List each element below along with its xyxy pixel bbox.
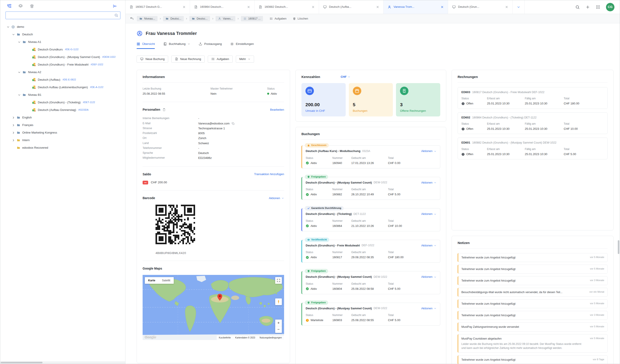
breadcrumb-item[interactable]: Vanes... [216, 16, 235, 21]
tree-item-deutsch-grundkurs-freie-modulwahl[interactable]: Deutsch (Grundkurs) - Freie Modulwahl #D… [0, 61, 125, 68]
tree-item-english[interactable]: English [0, 114, 125, 121]
map-pegman-button[interactable] [275, 298, 282, 305]
aufgaben-button[interactable]: Aufgaben [270, 17, 287, 20]
tree-item-deutsch-aufbau-lektionenbuchungen[interactable]: Deutsch Aufbau (Lektionenbuchungen) #DE-… [0, 84, 125, 91]
breadcrumb-item[interactable]: Deutsc... [189, 16, 210, 21]
user-avatar[interactable]: CG [606, 3, 614, 11]
chevron-down-icon [517, 5, 520, 9]
more-tabs-button[interactable] [512, 0, 525, 14]
scrollbar-thumb[interactable] [1, 362, 43, 363]
map-zoom-in-button[interactable]: + [275, 320, 282, 326]
add-icon[interactable] [586, 5, 590, 9]
tab-close-icon[interactable] [311, 5, 315, 9]
chevron-down-icon[interactable] [12, 33, 15, 36]
barcode-aktionen-link[interactable]: Aktionen [269, 196, 284, 200]
tree-item-edoobox-recovered[interactable]: edoobox Recovered [0, 144, 125, 152]
back-icon[interactable] [130, 17, 134, 20]
map-terms-link[interactable]: Nutzungsbedingungen [260, 336, 282, 339]
nav-tab-postausgang[interactable]: Postausgang [199, 42, 222, 49]
neue-rechnung-button[interactable]: Neue Rechnung [171, 56, 205, 63]
chevron-down-icon[interactable] [6, 25, 10, 29]
collapse-sidebar-icon[interactable] [113, 4, 117, 8]
map-satellit-button[interactable]: Satellit [159, 277, 174, 284]
nav-tab-bersicht[interactable]: Übersicht [137, 42, 155, 49]
tab-160864-deutsch[interactable]: 160864 Deutsch... [190, 0, 254, 14]
google-logo[interactable]: Google [145, 335, 156, 339]
map-zoom-out-button[interactable]: − [275, 326, 282, 333]
tree-item-intern[interactable]: Intern [0, 136, 125, 144]
tab-vanessa-trom[interactable]: Vanessa Trom... [384, 0, 448, 14]
loeschen-button[interactable]: Löschen [293, 17, 308, 20]
chevron-right-icon[interactable] [12, 131, 15, 134]
booking-aktionen-link[interactable]: Aktionen [421, 244, 436, 247]
chevron-right-icon[interactable] [12, 124, 15, 127]
search-icon[interactable] [114, 13, 118, 17]
tab-deutsch-grun[interactable]: Deutsch (Grun... [448, 0, 512, 14]
booking-aktionen-link[interactable]: Aktionen [421, 275, 436, 279]
tab-label: Deutsch (Aufba... [329, 5, 374, 9]
sidebar-horizontal-scrollbar[interactable] [0, 361, 125, 364]
booking-aktionen-link[interactable]: Aktionen [421, 181, 436, 184]
tree-item-online-marketing-kongress[interactable]: Online Marketing Kongress [0, 129, 125, 136]
sidebar-trash-icon[interactable] [30, 4, 34, 8]
global-search-icon[interactable] [575, 5, 580, 9]
booking-card: Freigegeben Deutsch (Grundkurs) - (Mustp… [301, 177, 440, 200]
tab-deutsch-aufba[interactable]: Deutsch (Aufba... [319, 0, 384, 14]
nav-tab-einstellungen[interactable]: Einstellungen [230, 42, 254, 49]
breadcrumb-item[interactable]: Deutsc... [163, 16, 184, 21]
tree-item-deutsch-grundkurs-mustpay-sammel-count[interactable]: Deutsch (Grundkurs) - (Mustpay Sammel Co… [0, 53, 125, 61]
aufgaben-button[interactable]: Aufgaben [208, 56, 233, 63]
gear-icon [230, 42, 234, 46]
booking-aktionen-link[interactable]: Aktionen [421, 307, 436, 310]
nav-tab-buchhaltung[interactable]: Buchhaltung [163, 42, 190, 49]
booking-aktionen-link[interactable]: Aktionen [421, 212, 436, 216]
tree-item-demo[interactable]: demo [0, 23, 125, 31]
map-fullscreen-button[interactable] [275, 277, 282, 284]
tab-close-icon[interactable] [182, 5, 186, 9]
chevron-right-icon[interactable] [12, 116, 15, 119]
tree-item-fran-ais[interactable]: Français [0, 121, 125, 129]
tree-item-deutsch-aufbau[interactable]: Deutsch (Aufbau) #DE-E-0822 [0, 76, 125, 84]
copy-icon[interactable] [232, 122, 235, 125]
neue-buchung-button[interactable]: Neue Buchung [137, 56, 168, 63]
map-karte-button[interactable]: Karte [145, 277, 159, 284]
tree-item-deutsch-grundkurs-ticketing[interactable]: Deutsch (Grundkurs) - (Ticketing) #DET-1… [0, 99, 125, 106]
person-icon [218, 17, 221, 20]
list-view-icon[interactable] [18, 4, 23, 8]
main-scrollbar[interactable] [618, 0, 620, 364]
apps-grid-icon[interactable] [596, 5, 600, 9]
rechnungen-panel: Rechnungen ED603 160817 Deutsch (Grundku… [452, 70, 614, 231]
book-icon [163, 42, 167, 46]
map-shortcuts-link[interactable]: Kurzbefehle [219, 336, 231, 339]
breadcrumb-item[interactable]: 160817 ... [241, 16, 263, 21]
sidebar-search-input[interactable] [6, 12, 120, 19]
chevron-down-icon[interactable] [17, 71, 21, 74]
tree-item-niveau-a2[interactable]: Niveau A2 [0, 68, 125, 76]
tree-item-niveau-a1[interactable]: Niveau A1 [0, 38, 125, 46]
tree-item-deutsch-grundkurs[interactable]: Deutsch Grundkurs #DE-G-1122 [0, 46, 125, 53]
chevron-right-icon[interactable] [12, 139, 15, 142]
breadcrumb-item[interactable]: Niveau... [137, 16, 157, 21]
tab-close-icon[interactable] [247, 5, 250, 9]
tree-view-icon[interactable] [7, 4, 12, 8]
personalien-row: Interne Bemerkungen - [143, 116, 284, 121]
tab-close-icon[interactable] [376, 5, 379, 9]
map-marker[interactable] [217, 294, 222, 301]
tree-item-deutsch-aufbau-donnerstag[interactable]: Deutsch (Aufbau Donnerstag) #0223DA [0, 106, 125, 114]
currency-dropdown[interactable]: CHF [341, 75, 350, 79]
transaktion-hinzufuegen-link[interactable]: Transaktion hinzufügen [254, 173, 284, 176]
mehr-button[interactable]: Mehr [236, 56, 254, 63]
chevron-down-icon[interactable] [17, 93, 21, 97]
scrollbar-thumb[interactable] [618, 240, 619, 254]
tab-160882-deutsch[interactable]: 160882 Deutsch... [254, 0, 319, 14]
tab-160817-deutsch-g[interactable]: 160817 Deutsch G... [125, 0, 190, 14]
booking-aktionen-link[interactable]: Aktionen [421, 149, 436, 153]
bearbeiten-link[interactable]: Bearbeiten [270, 108, 284, 112]
tree-item-niveau-b1[interactable]: Niveau B1 [0, 91, 125, 99]
tab-close-icon[interactable] [440, 5, 444, 9]
clipboard-icon[interactable] [162, 108, 166, 111]
tab-close-icon[interactable] [505, 5, 508, 9]
google-map[interactable]: Karte Satellit + − Google [143, 275, 284, 340]
tree-item-deutsch[interactable]: Deutsch [0, 31, 125, 38]
chevron-down-icon[interactable] [17, 41, 21, 44]
